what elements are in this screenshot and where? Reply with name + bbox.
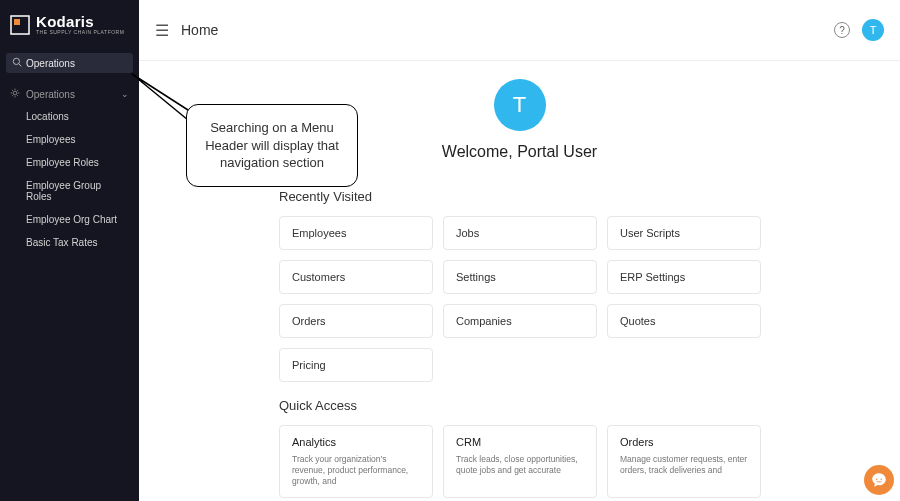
topbar: ☰ Home ? T — [139, 0, 900, 61]
main: ☰ Home ? T T Welcome, Portal User Recent… — [139, 0, 900, 501]
sidebar-search-input[interactable] — [26, 58, 153, 69]
help-icon[interactable]: ? — [834, 22, 850, 38]
recent-card[interactable]: Customers — [279, 260, 433, 294]
chevron-down-icon: ⌄ — [121, 89, 129, 99]
nav-header-operations[interactable]: Operations ⌄ — [0, 83, 139, 105]
sidebar-search[interactable]: ✕ — [6, 53, 133, 73]
topbar-right: ? T — [834, 19, 884, 41]
nav-item-employee-roles[interactable]: Employee Roles — [0, 151, 139, 174]
svg-point-6 — [881, 479, 883, 481]
brand-tagline: THE SUPPLY CHAIN PLATFORM — [36, 29, 124, 35]
quick-access-grid: Analytics Track your organization's reve… — [279, 425, 860, 498]
welcome-text: Welcome, Portal User — [442, 143, 597, 161]
nav-section-operations: Operations ⌄ Locations Employees Employe… — [0, 77, 139, 260]
nav-item-basic-tax-rates[interactable]: Basic Tax Rates — [0, 231, 139, 254]
svg-rect-1 — [14, 19, 20, 25]
annotation-callout: Searching on a Menu Header will display … — [186, 104, 358, 187]
recent-card[interactable]: Orders — [279, 304, 433, 338]
quick-card-orders[interactable]: Orders Manage customer requests, enter o… — [607, 425, 761, 498]
menu-toggle-icon[interactable]: ☰ — [155, 21, 169, 40]
recently-visited-grid: Employees Jobs User Scripts Customers Se… — [279, 216, 860, 382]
recent-card[interactable]: Quotes — [607, 304, 761, 338]
recent-card[interactable]: Companies — [443, 304, 597, 338]
svg-point-5 — [876, 479, 878, 481]
quick-card-analytics[interactable]: Analytics Track your organization's reve… — [279, 425, 433, 498]
quick-card-desc: Track leads, close opportunities, quote … — [456, 454, 584, 476]
quick-card-title: Analytics — [292, 436, 420, 448]
nav-header-label: Operations — [26, 89, 75, 100]
brand-text-wrap: Kodaris THE SUPPLY CHAIN PLATFORM — [36, 14, 124, 35]
recent-card[interactable]: Pricing — [279, 348, 433, 382]
quick-card-title: Orders — [620, 436, 748, 448]
recent-card[interactable]: Jobs — [443, 216, 597, 250]
annotation-text: Searching on a Menu Header will display … — [205, 120, 339, 170]
brand-mark-icon — [10, 15, 30, 35]
recent-card[interactable]: ERP Settings — [607, 260, 761, 294]
gear-icon — [10, 88, 20, 100]
sidebar: Kodaris THE SUPPLY CHAIN PLATFORM ✕ Oper… — [0, 0, 139, 501]
recent-card[interactable]: User Scripts — [607, 216, 761, 250]
quick-card-desc: Track your organization's revenue, produ… — [292, 454, 420, 487]
quick-access-title: Quick Access — [279, 398, 860, 413]
welcome-avatar: T — [494, 79, 546, 131]
callout-pointer-icon — [130, 72, 190, 122]
nav-item-locations[interactable]: Locations — [0, 105, 139, 128]
user-avatar[interactable]: T — [862, 19, 884, 41]
nav-item-employee-group-roles[interactable]: Employee Group Roles — [0, 174, 139, 208]
quick-card-desc: Manage customer requests, enter orders, … — [620, 454, 748, 476]
quick-card-crm[interactable]: CRM Track leads, close opportunities, qu… — [443, 425, 597, 498]
nav-item-employees[interactable]: Employees — [0, 128, 139, 151]
brand-logo[interactable]: Kodaris THE SUPPLY CHAIN PLATFORM — [0, 0, 139, 49]
svg-point-4 — [13, 91, 17, 95]
recently-visited-section: Recently Visited Employees Jobs User Scr… — [239, 189, 900, 382]
chat-icon — [870, 471, 888, 489]
svg-point-2 — [13, 58, 19, 64]
search-icon — [12, 57, 22, 69]
recently-visited-title: Recently Visited — [279, 189, 860, 204]
quick-access-section: Quick Access Analytics Track your organi… — [239, 398, 900, 498]
nav-item-employee-org-chart[interactable]: Employee Org Chart — [0, 208, 139, 231]
brand-name: Kodaris — [36, 14, 124, 29]
svg-line-3 — [19, 64, 22, 67]
page-title: Home — [181, 22, 218, 38]
recent-card[interactable]: Settings — [443, 260, 597, 294]
recent-card[interactable]: Employees — [279, 216, 433, 250]
chat-launcher[interactable] — [864, 465, 894, 495]
quick-card-title: CRM — [456, 436, 584, 448]
